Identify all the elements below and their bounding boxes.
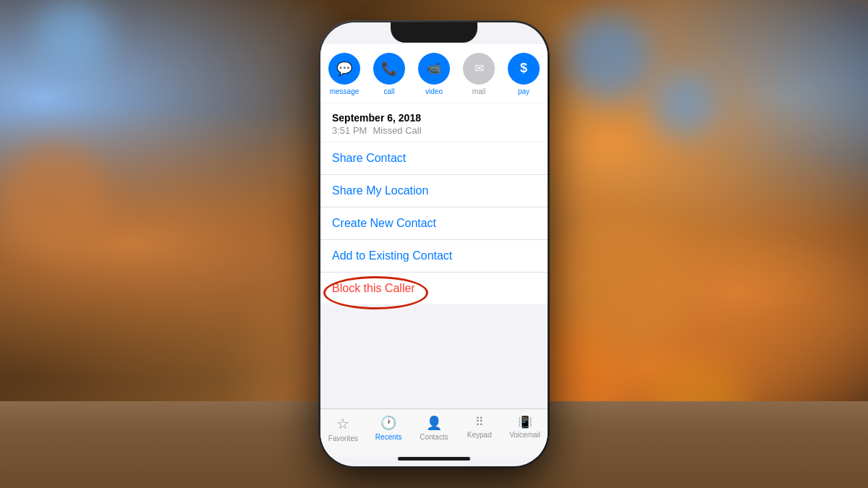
contacts-label: Contacts xyxy=(420,433,448,441)
tab-bar: ☆ Favorites 🕐 Recents 👤 Contacts ⠿ Keypa… xyxy=(320,408,548,457)
block-caller-wrapper: Block this Caller xyxy=(332,282,415,295)
mail-icon-circle: ✉ xyxy=(463,53,495,85)
call-icon-circle: 📞 xyxy=(373,53,405,85)
video-icon-circle: 📹 xyxy=(418,53,450,85)
phone-device: 💬 message 📞 call 📹 vid xyxy=(318,20,550,468)
screen-content: 💬 message 📞 call 📹 vid xyxy=(320,22,548,466)
message-label: message xyxy=(330,87,359,95)
action-message[interactable]: 💬 message xyxy=(328,53,360,95)
pay-icon-circle: $ xyxy=(508,53,540,85)
call-time-row: 3:51 PM Missed Call xyxy=(332,125,536,136)
phone-notch xyxy=(391,22,477,43)
action-mail[interactable]: ✉ mail xyxy=(463,53,495,95)
call-label: call xyxy=(383,87,394,95)
mail-icon: ✉ xyxy=(475,61,484,75)
pay-icon: $ xyxy=(520,61,527,76)
call-time: 3:51 PM xyxy=(332,125,367,136)
phone-screen: 💬 message 📞 call 📹 vid xyxy=(320,22,548,466)
favorites-label: Favorites xyxy=(328,435,358,442)
bokeh-circle-2 xyxy=(564,14,651,101)
phone-outer-shell: 💬 message 📞 call 📹 vid xyxy=(318,20,550,468)
tab-contacts[interactable]: 👤 Contacts xyxy=(416,415,452,442)
call-date: September 6, 2018 xyxy=(332,112,536,124)
menu-share-location[interactable]: Share My Location xyxy=(320,175,548,207)
menu-block-caller[interactable]: Block this Caller xyxy=(320,273,548,304)
call-status: Missed Call xyxy=(373,125,421,136)
quick-actions-bar: 💬 message 📞 call 📹 vid xyxy=(320,44,548,103)
screen-spacer xyxy=(320,304,548,408)
contacts-icon: 👤 xyxy=(426,415,442,431)
voicemail-icon: 📳 xyxy=(518,415,532,429)
tab-keypad[interactable]: ⠿ Keypad xyxy=(461,415,498,442)
pay-label: pay xyxy=(518,87,529,95)
call-info-section: September 6, 2018 3:51 PM Missed Call xyxy=(320,103,548,142)
favorites-icon: ☆ xyxy=(336,415,349,432)
voicemail-label: Voicemail xyxy=(509,431,540,439)
menu-create-contact[interactable]: Create New Contact xyxy=(320,207,548,240)
block-caller-label: Block this Caller xyxy=(332,282,415,294)
tab-recents[interactable]: 🕐 Recents xyxy=(370,415,407,442)
home-indicator xyxy=(398,457,470,461)
action-video[interactable]: 📹 video xyxy=(418,53,450,95)
keypad-label: Keypad xyxy=(467,431,492,439)
message-icon: 💬 xyxy=(336,61,352,77)
tab-favorites[interactable]: ☆ Favorites xyxy=(325,415,361,442)
tab-voicemail[interactable]: 📳 Voicemail xyxy=(507,415,543,442)
action-pay[interactable]: $ pay xyxy=(508,53,540,95)
bokeh-circle-4 xyxy=(0,145,109,253)
menu-share-contact[interactable]: Share Contact xyxy=(320,142,548,175)
menu-add-existing[interactable]: Add to Existing Contact xyxy=(320,240,548,273)
recents-label: Recents xyxy=(375,433,402,441)
bokeh-circle-5 xyxy=(36,0,109,72)
recents-icon: 🕐 xyxy=(380,415,396,431)
message-icon-circle: 💬 xyxy=(328,53,360,85)
action-call[interactable]: 📞 call xyxy=(373,53,405,95)
menu-list: Share Contact Share My Location Create N… xyxy=(320,142,548,304)
call-icon: 📞 xyxy=(381,61,397,77)
mail-label: mail xyxy=(472,87,485,95)
video-label: video xyxy=(425,87,443,95)
keypad-icon: ⠿ xyxy=(475,415,483,429)
bokeh-circle-8 xyxy=(651,72,716,137)
video-camera-icon: 📹 xyxy=(427,61,441,75)
